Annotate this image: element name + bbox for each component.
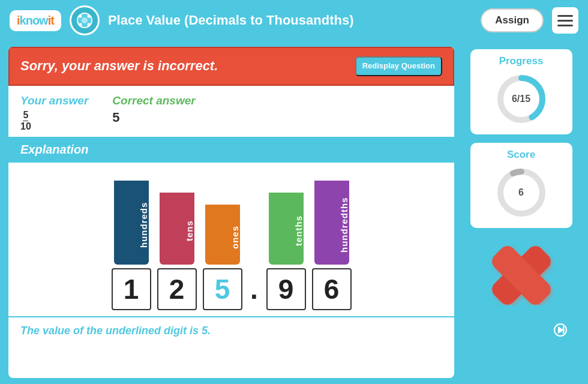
svg-point-3 — [87, 15, 90, 18]
bar-tens-wrapper: tens — [157, 193, 197, 265]
next-button[interactable] — [547, 317, 574, 343]
hamburger-line-1 — [557, 15, 573, 17]
bottom-explanation-text: The value of the underlined digit is 5. — [20, 325, 442, 337]
app-logo: iknowit — [10, 10, 61, 31]
progress-donut: 6/15 — [494, 72, 548, 126]
logo-it: it — [48, 14, 54, 27]
bar-tenths: tenths — [269, 193, 304, 265]
svg-point-4 — [79, 23, 82, 26]
lesson-title: Place Value (Decimals to Thousandths) — [108, 13, 472, 28]
bar-ones: ones — [205, 205, 240, 265]
score-donut: 6 — [494, 166, 548, 220]
bar-hundreds-wrapper: hundreds — [112, 181, 151, 265]
explanation-header: Explanation — [8, 137, 454, 163]
your-answer-block: Your answer 5 10 — [20, 94, 88, 132]
bar-hundreds: hundreds — [114, 181, 149, 265]
svg-point-1 — [82, 17, 88, 23]
svg-point-5 — [87, 23, 90, 26]
incorrect-x-mark — [482, 236, 560, 308]
bar-tens: tens — [160, 193, 194, 265]
app-header: iknowit Place Value (Decimals to Thousan… — [0, 0, 588, 41]
progress-title: Progress — [499, 55, 544, 67]
hamburger-line-3 — [557, 25, 573, 26]
digit-2: 2 — [157, 268, 197, 310]
bar-hundredths-wrapper: hundredths — [312, 181, 352, 265]
hamburger-line-2 — [557, 20, 573, 22]
fraction-numerator: 5 — [23, 110, 28, 122]
your-answer-fraction: 5 10 — [20, 110, 31, 132]
sidebar: Progress 6/15 Score 6 — [463, 47, 580, 378]
bar-ones-wrapper: ones — [203, 205, 242, 265]
bottom-explanation: The value of the underlined digit is 5. — [8, 316, 454, 342]
redisplay-button[interactable]: Redisplay Question — [355, 56, 442, 76]
logo-knowit: know — [20, 14, 48, 27]
incorrect-banner: Sorry, your answer is incorrect. Redispl… — [8, 47, 454, 86]
digit-1: 1 — [112, 268, 151, 310]
correct-answer-value: 5 — [112, 110, 195, 125]
svg-point-2 — [79, 15, 82, 18]
progress-card: Progress 6/15 — [470, 49, 572, 134]
correct-answer-label: Correct answer — [112, 94, 195, 107]
film-icon — [70, 5, 100, 35]
incorrect-message: Sorry, your answer is incorrect. — [20, 58, 218, 74]
score-value: 6 — [518, 187, 524, 198]
your-answer-label: Your answer — [20, 94, 88, 107]
digit-9: 9 — [266, 268, 306, 310]
main-layout: Sorry, your answer is incorrect. Redispl… — [0, 41, 588, 384]
score-title: Score — [507, 149, 535, 161]
bar-tenths-wrapper: tenths — [266, 193, 306, 265]
svg-rect-16 — [563, 326, 565, 334]
assign-button[interactable]: Assign — [481, 8, 544, 32]
digit-row: 1 2 5 . 9 6 — [112, 268, 352, 310]
progress-value: 6/15 — [512, 94, 530, 104]
answer-section: Your answer 5 10 Correct answer 5 — [8, 86, 454, 137]
score-card: Score 6 — [470, 143, 572, 228]
correct-answer-block: Correct answer 5 — [112, 94, 195, 125]
digit-6: 6 — [312, 268, 352, 310]
bar-hundredths: hundredths — [314, 181, 349, 265]
bars-row: hundreds tens ones tenths hundredths — [112, 169, 352, 265]
digit-5: 5 — [203, 268, 242, 310]
decimal-point: . — [248, 273, 260, 305]
place-value-chart: hundreds tens ones tenths hundredths 1 — [8, 163, 454, 310]
content-area: Sorry, your answer is incorrect. Redispl… — [8, 47, 454, 378]
fraction-denominator: 10 — [20, 121, 31, 132]
menu-button[interactable] — [552, 7, 578, 34]
